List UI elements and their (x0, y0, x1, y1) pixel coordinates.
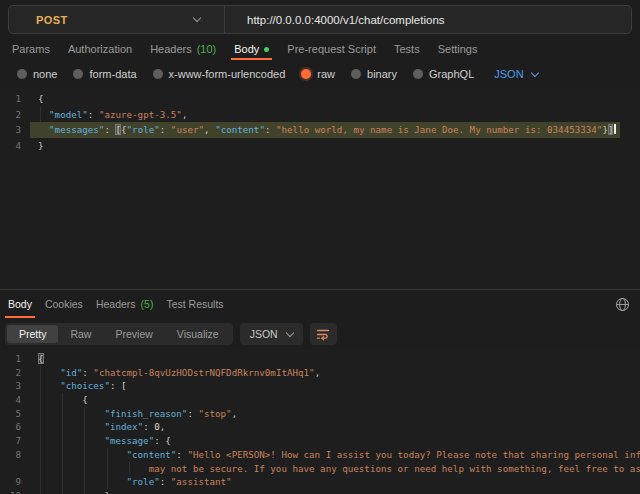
code-token (38, 421, 104, 432)
globe-icon[interactable] (615, 297, 630, 312)
chevron-down-icon (193, 14, 201, 22)
code-token: "id" (60, 367, 82, 378)
chevron-down-icon (530, 68, 538, 76)
code-line: may not be secure. If you have any quest… (0, 462, 640, 476)
code-token: } (38, 140, 44, 151)
code-token: { (38, 93, 44, 104)
radio-icon (73, 69, 83, 79)
code-token: : { (154, 435, 171, 446)
response-body-editor[interactable]: 1{2 "id": "chatcmpl-8qvUzHODstrNQFDdRkrn… (0, 350, 640, 494)
url-row: POST (0, 0, 640, 38)
tab-label: Body (8, 298, 32, 310)
code-token: : (187, 408, 198, 419)
tab-label: Authorization (68, 43, 132, 55)
code-token (38, 490, 104, 494)
tab-count-badge: (10) (197, 43, 217, 55)
body-type-binary[interactable]: binary (351, 68, 397, 80)
code-token: "messages" (49, 124, 104, 135)
request-tab-tests[interactable]: Tests (394, 38, 420, 60)
response-tab-cookies[interactable]: Cookies (45, 290, 83, 318)
request-tab-settings[interactable]: Settings (438, 38, 478, 60)
response-pane: BodyCookiesHeaders(5)Test Results Pretty… (0, 289, 640, 494)
code-token: "index" (104, 421, 143, 432)
line-number: 2 (0, 107, 30, 123)
response-tab-body[interactable]: Body (8, 290, 32, 318)
response-tabs-row: BodyCookiesHeaders(5)Test Results (0, 290, 640, 318)
code-token: { (38, 353, 44, 364)
radio-icon (153, 69, 163, 79)
radio-icon (301, 69, 311, 79)
code-token: "content" (215, 124, 265, 135)
unsaved-dot-icon (264, 47, 269, 52)
radio-label: binary (367, 68, 397, 80)
code-token: ] (608, 124, 614, 135)
code-token: : (82, 367, 93, 378)
code-token (38, 380, 60, 391)
radio-icon (351, 69, 361, 79)
request-tab-body[interactable]: Body (234, 38, 269, 60)
code-line: 1{ (0, 91, 640, 107)
response-language-dropdown[interactable]: JSON (240, 323, 303, 345)
code-token: : (160, 124, 171, 135)
code-token (38, 435, 104, 446)
code-token: , (182, 109, 188, 120)
body-type-x-www-form-urlencoded[interactable]: x-www-form-urlencoded (153, 68, 286, 80)
line-number: 3 (0, 122, 30, 138)
tab-label: Headers (96, 298, 136, 310)
code-token (38, 367, 60, 378)
code-token: : [ (110, 380, 127, 391)
code-token: : (265, 124, 276, 135)
code-token: } (104, 490, 110, 494)
url-input[interactable] (225, 6, 631, 33)
view-visualize[interactable]: Visualize (165, 325, 231, 343)
tab-label: Pre-request Script (287, 43, 376, 55)
body-type-form-data[interactable]: form-data (73, 68, 136, 80)
view-raw[interactable]: Raw (58, 325, 103, 343)
request-body-editor[interactable]: 1{2 "model": "azure-gpt-3.5",3 "messages… (0, 88, 640, 289)
code-line: 7 "message": { (0, 434, 640, 448)
request-language-dropdown[interactable]: JSON (494, 68, 537, 80)
response-tabs: BodyCookiesHeaders(5)Test Results (0, 290, 224, 318)
request-tab-authorization[interactable]: Authorization (68, 38, 132, 60)
body-type-raw[interactable]: raw (301, 68, 335, 80)
radio-icon (413, 69, 423, 79)
radio-label: GraphQL (429, 68, 474, 80)
line-number: 2 (0, 366, 30, 380)
code-line: 6 "index": 0, (0, 420, 640, 434)
code-token: "user" (171, 124, 204, 135)
request-tab-pre-request-script[interactable]: Pre-request Script (287, 38, 376, 60)
code-token: : (176, 449, 187, 460)
response-language-label: JSON (250, 328, 278, 340)
view-preview[interactable]: Preview (103, 325, 164, 343)
line-number: 9 (0, 475, 30, 489)
line-number: 1 (0, 352, 30, 366)
tab-label: Tests (394, 43, 420, 55)
code-line: 3 "choices": [ (0, 379, 640, 393)
code-token: "role" (127, 124, 160, 135)
wrap-text-button[interactable] (310, 323, 337, 345)
radio-label: raw (317, 68, 335, 80)
code-line: 4 { (0, 393, 640, 407)
method-selector[interactable]: POST (9, 6, 224, 33)
request-tabs: ParamsAuthorizationHeaders(10)BodyPre-re… (0, 38, 640, 60)
line-number: 6 (0, 420, 30, 434)
code-line: 10 } (0, 489, 640, 494)
request-tab-headers[interactable]: Headers(10) (150, 38, 216, 60)
body-type-graphql[interactable]: GraphQL (413, 68, 474, 80)
code-token: "chatcmpl-8qvUzHODstrNQFDdRkrnv0mItAHq1" (93, 367, 314, 378)
code-token: : (160, 476, 171, 487)
code-token: "azure-gpt-3.5" (99, 109, 182, 120)
response-tab-test-results[interactable]: Test Results (166, 290, 223, 318)
code-token: : (143, 421, 154, 432)
response-view-switcher: PrettyRawPreviewVisualize (5, 323, 233, 345)
code-line: 8 "content": "Hello <PERSON>! How can I … (0, 448, 640, 462)
request-tab-params[interactable]: Params (12, 38, 50, 60)
body-type-none[interactable]: none (17, 68, 57, 80)
tab-label: Headers (150, 43, 192, 55)
view-pretty[interactable]: Pretty (7, 325, 58, 343)
code-token: "choices" (60, 380, 110, 391)
response-tab-headers[interactable]: Headers(5) (96, 290, 154, 318)
request-pane: POST ParamsAuthorizationHeaders(10)BodyP… (0, 0, 640, 289)
code-token (38, 124, 49, 135)
tab-count-badge: (5) (141, 298, 154, 310)
